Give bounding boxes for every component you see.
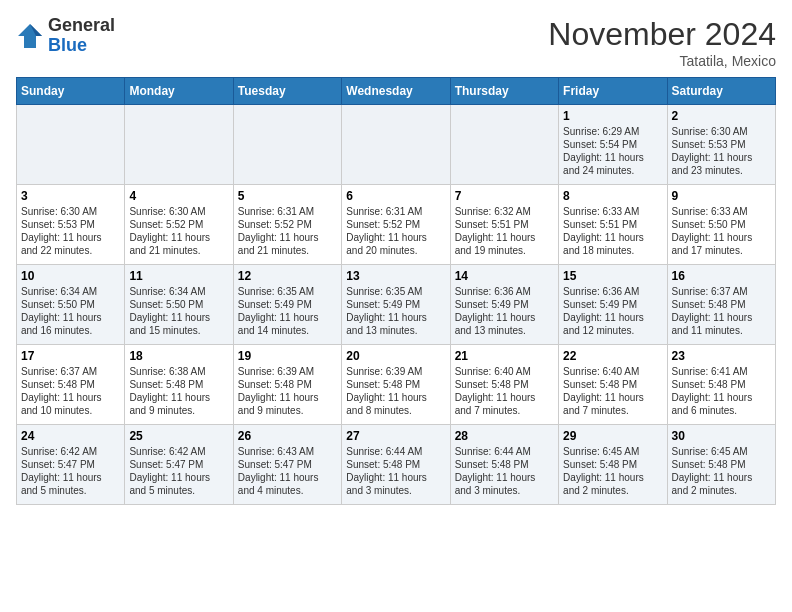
weekday-header-friday: Friday — [559, 78, 667, 105]
day-info: Sunrise: 6:30 AM Sunset: 5:53 PM Dayligh… — [21, 205, 120, 257]
calendar-cell: 3Sunrise: 6:30 AM Sunset: 5:53 PM Daylig… — [17, 185, 125, 265]
calendar-cell: 11Sunrise: 6:34 AM Sunset: 5:50 PM Dayli… — [125, 265, 233, 345]
calendar-cell: 9Sunrise: 6:33 AM Sunset: 5:50 PM Daylig… — [667, 185, 775, 265]
day-info: Sunrise: 6:45 AM Sunset: 5:48 PM Dayligh… — [672, 445, 771, 497]
day-info: Sunrise: 6:36 AM Sunset: 5:49 PM Dayligh… — [455, 285, 554, 337]
day-number: 18 — [129, 349, 228, 363]
calendar-cell: 7Sunrise: 6:32 AM Sunset: 5:51 PM Daylig… — [450, 185, 558, 265]
day-info: Sunrise: 6:38 AM Sunset: 5:48 PM Dayligh… — [129, 365, 228, 417]
calendar-cell: 25Sunrise: 6:42 AM Sunset: 5:47 PM Dayli… — [125, 425, 233, 505]
day-number: 22 — [563, 349, 662, 363]
calendar-cell: 27Sunrise: 6:44 AM Sunset: 5:48 PM Dayli… — [342, 425, 450, 505]
calendar-cell: 6Sunrise: 6:31 AM Sunset: 5:52 PM Daylig… — [342, 185, 450, 265]
calendar-week-1: 1Sunrise: 6:29 AM Sunset: 5:54 PM Daylig… — [17, 105, 776, 185]
weekday-header-thursday: Thursday — [450, 78, 558, 105]
day-number: 10 — [21, 269, 120, 283]
day-info: Sunrise: 6:37 AM Sunset: 5:48 PM Dayligh… — [21, 365, 120, 417]
day-info: Sunrise: 6:43 AM Sunset: 5:47 PM Dayligh… — [238, 445, 337, 497]
calendar-cell: 20Sunrise: 6:39 AM Sunset: 5:48 PM Dayli… — [342, 345, 450, 425]
day-number: 19 — [238, 349, 337, 363]
day-info: Sunrise: 6:41 AM Sunset: 5:48 PM Dayligh… — [672, 365, 771, 417]
day-info: Sunrise: 6:42 AM Sunset: 5:47 PM Dayligh… — [21, 445, 120, 497]
day-info: Sunrise: 6:31 AM Sunset: 5:52 PM Dayligh… — [238, 205, 337, 257]
day-info: Sunrise: 6:35 AM Sunset: 5:49 PM Dayligh… — [238, 285, 337, 337]
page-header: General Blue November 2024 Tatatila, Mex… — [16, 16, 776, 69]
day-number: 6 — [346, 189, 445, 203]
day-info: Sunrise: 6:31 AM Sunset: 5:52 PM Dayligh… — [346, 205, 445, 257]
day-info: Sunrise: 6:30 AM Sunset: 5:52 PM Dayligh… — [129, 205, 228, 257]
weekday-header-sunday: Sunday — [17, 78, 125, 105]
day-info: Sunrise: 6:30 AM Sunset: 5:53 PM Dayligh… — [672, 125, 771, 177]
calendar-cell: 5Sunrise: 6:31 AM Sunset: 5:52 PM Daylig… — [233, 185, 341, 265]
calendar-cell: 24Sunrise: 6:42 AM Sunset: 5:47 PM Dayli… — [17, 425, 125, 505]
calendar-cell — [125, 105, 233, 185]
calendar-cell: 28Sunrise: 6:44 AM Sunset: 5:48 PM Dayli… — [450, 425, 558, 505]
calendar-cell: 10Sunrise: 6:34 AM Sunset: 5:50 PM Dayli… — [17, 265, 125, 345]
weekday-header-wednesday: Wednesday — [342, 78, 450, 105]
day-number: 25 — [129, 429, 228, 443]
day-number: 15 — [563, 269, 662, 283]
calendar-cell: 15Sunrise: 6:36 AM Sunset: 5:49 PM Dayli… — [559, 265, 667, 345]
day-number: 16 — [672, 269, 771, 283]
calendar-cell: 2Sunrise: 6:30 AM Sunset: 5:53 PM Daylig… — [667, 105, 775, 185]
day-info: Sunrise: 6:39 AM Sunset: 5:48 PM Dayligh… — [238, 365, 337, 417]
calendar-cell: 4Sunrise: 6:30 AM Sunset: 5:52 PM Daylig… — [125, 185, 233, 265]
day-info: Sunrise: 6:34 AM Sunset: 5:50 PM Dayligh… — [129, 285, 228, 337]
day-number: 28 — [455, 429, 554, 443]
logo-icon — [16, 22, 44, 50]
day-number: 29 — [563, 429, 662, 443]
calendar-cell: 1Sunrise: 6:29 AM Sunset: 5:54 PM Daylig… — [559, 105, 667, 185]
day-info: Sunrise: 6:40 AM Sunset: 5:48 PM Dayligh… — [455, 365, 554, 417]
calendar-week-2: 3Sunrise: 6:30 AM Sunset: 5:53 PM Daylig… — [17, 185, 776, 265]
day-number: 30 — [672, 429, 771, 443]
day-info: Sunrise: 6:37 AM Sunset: 5:48 PM Dayligh… — [672, 285, 771, 337]
day-info: Sunrise: 6:34 AM Sunset: 5:50 PM Dayligh… — [21, 285, 120, 337]
logo: General Blue — [16, 16, 115, 56]
day-number: 4 — [129, 189, 228, 203]
day-info: Sunrise: 6:39 AM Sunset: 5:48 PM Dayligh… — [346, 365, 445, 417]
calendar-cell: 23Sunrise: 6:41 AM Sunset: 5:48 PM Dayli… — [667, 345, 775, 425]
day-number: 14 — [455, 269, 554, 283]
calendar-cell: 26Sunrise: 6:43 AM Sunset: 5:47 PM Dayli… — [233, 425, 341, 505]
calendar-cell: 19Sunrise: 6:39 AM Sunset: 5:48 PM Dayli… — [233, 345, 341, 425]
calendar-cell — [450, 105, 558, 185]
month-title: November 2024 — [548, 16, 776, 53]
logo-text: General Blue — [48, 16, 115, 56]
location: Tatatila, Mexico — [548, 53, 776, 69]
day-number: 13 — [346, 269, 445, 283]
day-number: 2 — [672, 109, 771, 123]
day-number: 12 — [238, 269, 337, 283]
calendar-cell: 30Sunrise: 6:45 AM Sunset: 5:48 PM Dayli… — [667, 425, 775, 505]
calendar-week-4: 17Sunrise: 6:37 AM Sunset: 5:48 PM Dayli… — [17, 345, 776, 425]
day-info: Sunrise: 6:42 AM Sunset: 5:47 PM Dayligh… — [129, 445, 228, 497]
day-info: Sunrise: 6:29 AM Sunset: 5:54 PM Dayligh… — [563, 125, 662, 177]
day-info: Sunrise: 6:44 AM Sunset: 5:48 PM Dayligh… — [455, 445, 554, 497]
calendar-cell: 16Sunrise: 6:37 AM Sunset: 5:48 PM Dayli… — [667, 265, 775, 345]
weekday-header-saturday: Saturday — [667, 78, 775, 105]
day-info: Sunrise: 6:45 AM Sunset: 5:48 PM Dayligh… — [563, 445, 662, 497]
day-number: 7 — [455, 189, 554, 203]
day-number: 8 — [563, 189, 662, 203]
day-number: 27 — [346, 429, 445, 443]
day-info: Sunrise: 6:44 AM Sunset: 5:48 PM Dayligh… — [346, 445, 445, 497]
day-number: 23 — [672, 349, 771, 363]
calendar-cell — [17, 105, 125, 185]
day-number: 24 — [21, 429, 120, 443]
calendar-week-5: 24Sunrise: 6:42 AM Sunset: 5:47 PM Dayli… — [17, 425, 776, 505]
weekday-header-tuesday: Tuesday — [233, 78, 341, 105]
day-info: Sunrise: 6:33 AM Sunset: 5:51 PM Dayligh… — [563, 205, 662, 257]
title-section: November 2024 Tatatila, Mexico — [548, 16, 776, 69]
day-number: 9 — [672, 189, 771, 203]
day-info: Sunrise: 6:40 AM Sunset: 5:48 PM Dayligh… — [563, 365, 662, 417]
day-number: 17 — [21, 349, 120, 363]
day-number: 11 — [129, 269, 228, 283]
day-info: Sunrise: 6:35 AM Sunset: 5:49 PM Dayligh… — [346, 285, 445, 337]
day-info: Sunrise: 6:32 AM Sunset: 5:51 PM Dayligh… — [455, 205, 554, 257]
calendar-cell: 22Sunrise: 6:40 AM Sunset: 5:48 PM Dayli… — [559, 345, 667, 425]
day-number: 3 — [21, 189, 120, 203]
day-number: 1 — [563, 109, 662, 123]
calendar: SundayMondayTuesdayWednesdayThursdayFrid… — [16, 77, 776, 505]
calendar-cell: 12Sunrise: 6:35 AM Sunset: 5:49 PM Dayli… — [233, 265, 341, 345]
day-info: Sunrise: 6:33 AM Sunset: 5:50 PM Dayligh… — [672, 205, 771, 257]
calendar-cell: 14Sunrise: 6:36 AM Sunset: 5:49 PM Dayli… — [450, 265, 558, 345]
